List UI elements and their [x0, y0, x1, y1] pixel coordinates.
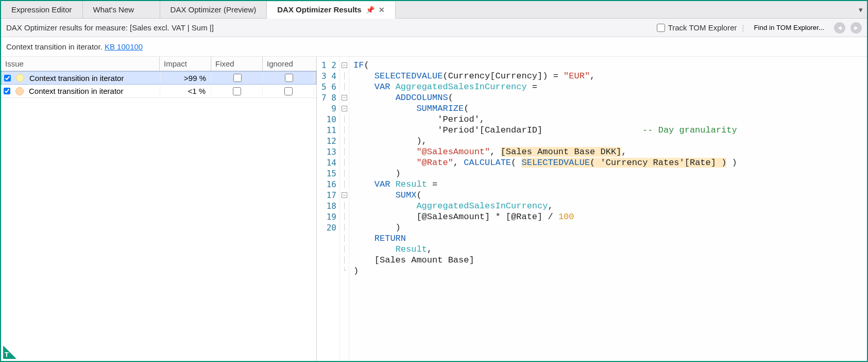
tab-dax-optimizer-results[interactable]: DAX Optimizer Results 📌 ✕ [267, 2, 395, 19]
tab-overflow-menu[interactable]: ▾ [855, 1, 867, 18]
tab-label: Expression Editor [11, 5, 72, 14]
pin-icon[interactable]: 📌 [366, 6, 375, 14]
issue-enable-checkbox[interactable] [4, 75, 11, 81]
tab-whats-new[interactable]: What's New [83, 1, 160, 18]
issue-impact: <1 % [160, 87, 211, 95]
tab-expression-editor[interactable]: Expression Editor [1, 1, 83, 18]
tab-dax-optimizer-preview[interactable]: DAX Optimizer (Preview) [160, 1, 267, 18]
issues-header-row: Issue Impact Fixed Ignored [1, 57, 316, 71]
issue-row[interactable]: Context transition in iterator<1 % [1, 85, 316, 98]
kb-link[interactable]: KB 100100 [105, 42, 143, 51]
issue-ignored-checkbox[interactable] [285, 74, 293, 82]
fold-toggle[interactable]: − [342, 106, 347, 111]
col-header-fixed[interactable]: Fixed [211, 57, 263, 71]
issue-description: Context transition in iterator. [6, 42, 105, 51]
fold-toggle[interactable]: − [342, 192, 347, 198]
severity-dot [16, 74, 24, 82]
issue-impact: >99 % [160, 74, 212, 83]
fold-toggle[interactable]: − [342, 95, 347, 101]
fold-toggle[interactable]: − [342, 62, 347, 68]
code-pane: 1 2 3 4 5 6 7 8 9 10 11 12 13 14 15 16 1… [317, 57, 867, 361]
tab-label: What's New [93, 5, 134, 14]
issue-ignored-checkbox[interactable] [284, 87, 293, 95]
issues-pane: Issue Impact Fixed Ignored Context trans… [1, 57, 317, 361]
tab-strip: Expression Editor What's New DAX Optimiz… [1, 1, 867, 19]
find-in-tom-button[interactable]: Find in TOM Explorer... [749, 22, 829, 34]
issue-name: Context transition in iterator [27, 87, 160, 95]
issue-row[interactable]: Context transition in iterator>99 % [1, 71, 316, 85]
issue-fixed-checkbox[interactable] [233, 87, 241, 95]
track-tom-checkbox[interactable] [657, 24, 665, 32]
col-header-ignored[interactable]: Ignored [263, 57, 316, 71]
workspace: Issue Impact Fixed Ignored Context trans… [1, 57, 867, 361]
issue-name: Context transition in iterator [27, 74, 160, 83]
issue-enable-checkbox[interactable] [4, 88, 10, 94]
tab-label: DAX Optimizer Results [277, 5, 361, 14]
tab-label: DAX Optimizer (Preview) [171, 5, 257, 14]
nav-prev-button[interactable]: ◄ [834, 22, 845, 34]
severity-dot [15, 87, 24, 95]
issue-fixed-checkbox[interactable] [233, 74, 242, 82]
fold-gutter: − │ │ − − │ │ │ │ │ │ │ − │ │ │ │ │ │ └ [340, 57, 349, 361]
nav-next-button[interactable]: ► [850, 22, 862, 34]
track-tom-label: Track TOM Explorer [668, 23, 737, 32]
results-for-label: DAX Optimizer results for measure: [Sale… [6, 23, 214, 32]
track-tom-toggle[interactable]: Track TOM Explorer [657, 23, 737, 32]
col-header-issue[interactable]: Issue [1, 57, 160, 71]
close-icon[interactable]: ✕ [379, 6, 385, 14]
issue-description-bar: Context transition in iterator. KB 10010… [1, 37, 867, 57]
code-view[interactable]: IF( SELECTEDVALUE(Currency[Currency]) = … [349, 57, 867, 361]
line-number-gutter: 1 2 3 4 5 6 7 8 9 10 11 12 13 14 15 16 1… [317, 57, 340, 361]
info-bar: DAX Optimizer results for measure: [Sale… [1, 19, 867, 37]
col-header-impact[interactable]: Impact [160, 57, 211, 71]
